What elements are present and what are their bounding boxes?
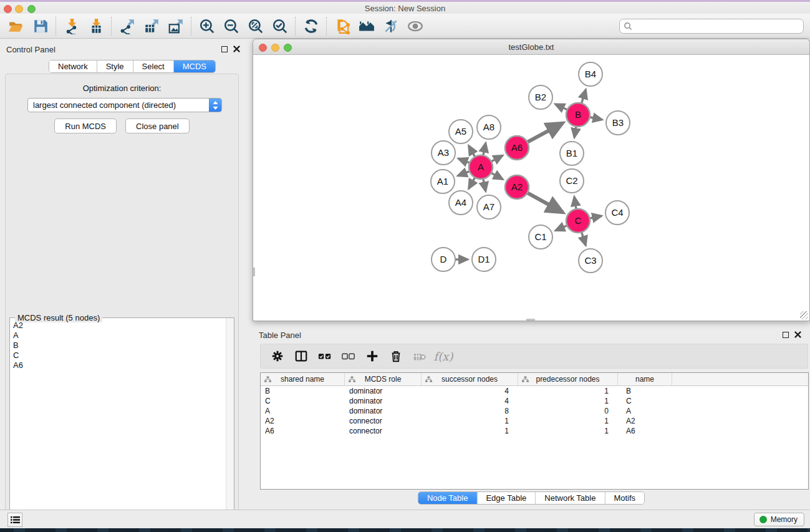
result-scrollbar[interactable] — [226, 318, 234, 532]
vertical-scroll-thumb[interactable] — [253, 268, 255, 276]
node-D[interactable]: D — [432, 248, 455, 271]
table-row[interactable]: Cdominator41C — [261, 396, 808, 406]
node-A6[interactable]: A6 — [505, 136, 529, 160]
cell-predecessor-nodes[interactable]: 1 — [518, 426, 618, 436]
close-table-panel-icon[interactable] — [794, 331, 801, 338]
node-B3[interactable]: B3 — [606, 111, 630, 135]
node-C1[interactable]: C1 — [529, 225, 552, 249]
table-row[interactable]: Bdominator41B — [261, 386, 808, 396]
cell-successor-nodes[interactable]: 1 — [422, 416, 518, 426]
export-image-button[interactable] — [163, 16, 188, 37]
edge-A-A2[interactable] — [491, 173, 503, 179]
search-input[interactable] — [619, 19, 804, 34]
edge-B-B4[interactable] — [582, 90, 586, 104]
run-mcds-button[interactable]: Run MCDS — [54, 118, 117, 133]
resize-grip-icon[interactable] — [800, 311, 808, 319]
task-history-button[interactable] — [7, 513, 22, 527]
cell-name[interactable]: A — [618, 406, 672, 416]
cell-MCDS-role[interactable]: connector — [345, 416, 422, 426]
cell-successor-nodes[interactable]: 1 — [422, 426, 518, 436]
tab-edge-table[interactable]: Edge Table — [477, 492, 536, 504]
cell-predecessor-nodes[interactable]: 1 — [518, 396, 618, 406]
cell-predecessor-nodes[interactable]: 1 — [518, 386, 618, 396]
cell-name[interactable]: A2 — [618, 416, 672, 426]
show-columns-button[interactable] — [289, 346, 313, 367]
edge-A-A1[interactable] — [458, 172, 470, 176]
close-panel-button[interactable]: Close panel — [125, 118, 190, 133]
save-session-button[interactable] — [28, 16, 52, 37]
result-item[interactable]: B — [11, 341, 225, 351]
cell-name[interactable]: A6 — [618, 426, 672, 436]
edge-B-B2[interactable] — [556, 104, 567, 110]
deselect-all-columns-button[interactable] — [337, 346, 360, 367]
node-A8[interactable]: A8 — [477, 115, 501, 139]
edge-B-B1[interactable] — [574, 127, 576, 138]
cell-successor-nodes[interactable]: 8 — [422, 406, 518, 416]
cell-successor-nodes[interactable]: 4 — [422, 396, 518, 406]
node-B[interactable]: B — [566, 103, 590, 127]
column-header-MCDS-role[interactable]: MCDS role — [345, 373, 422, 385]
float-table-panel-icon[interactable] — [783, 332, 789, 338]
column-header-successor-nodes[interactable]: successor nodes — [422, 373, 518, 385]
tab-network-table[interactable]: Network Table — [536, 492, 605, 504]
export-network-button[interactable] — [115, 16, 139, 37]
node-C[interactable]: C — [566, 209, 590, 233]
column-header-name[interactable]: name — [618, 373, 672, 385]
node-B1[interactable]: B1 — [560, 142, 584, 165]
cell-MCDS-role[interactable]: dominator — [345, 386, 422, 396]
cell-name[interactable]: B — [618, 386, 672, 396]
edge-C-C4[interactable] — [590, 216, 602, 218]
node-C4[interactable]: C4 — [605, 201, 629, 225]
add-column-button[interactable] — [360, 346, 384, 367]
table-row[interactable]: A6connector11A6 — [261, 426, 808, 436]
edge-A6-B[interactable] — [528, 123, 563, 142]
result-item[interactable]: A — [11, 331, 225, 341]
network-from-file-button[interactable] — [330, 16, 354, 37]
column-header-predecessor-nodes[interactable]: predecessor nodes — [518, 373, 618, 385]
cell-shared-name[interactable]: B — [261, 386, 345, 396]
zoom-selected-button[interactable] — [268, 16, 292, 37]
cell-shared-name[interactable]: A — [261, 406, 345, 416]
delete-table-button[interactable] — [408, 346, 432, 367]
import-network-button[interactable] — [59, 16, 84, 37]
optimization-criterion-dropdown[interactable]: largest connected component (directed) — [27, 98, 222, 112]
cell-shared-name[interactable]: A6 — [261, 426, 345, 436]
tab-select[interactable]: Select — [133, 60, 174, 72]
open-session-button[interactable] — [4, 16, 28, 37]
zoom-out-button[interactable] — [219, 16, 243, 37]
network-canvas[interactable]: B4B2BB3A8A5A6A3B1AA1C2A2A4A7C4CC1C3DD1 — [253, 55, 810, 321]
edge-A-A6[interactable] — [491, 155, 503, 162]
node-C3[interactable]: C3 — [579, 249, 602, 273]
cell-shared-name[interactable]: C — [261, 396, 345, 406]
horizontal-scroll-thumb[interactable] — [526, 319, 535, 321]
node-D1[interactable]: D1 — [472, 248, 496, 271]
node-B2[interactable]: B2 — [529, 85, 552, 109]
memory-button[interactable]: Memory — [754, 513, 804, 526]
cell-MCDS-role[interactable]: dominator — [345, 396, 422, 406]
hide-graphics-details-button[interactable] — [378, 16, 403, 37]
network-graph[interactable]: B4B2BB3A8A5A6A3B1AA1C2A2A4A7C4CC1C3DD1 — [253, 55, 809, 320]
cell-predecessor-nodes[interactable]: 1 — [518, 416, 618, 426]
network-window-title-bar[interactable]: testGlobe.txt — [253, 39, 810, 55]
edge-C-C2[interactable] — [574, 197, 576, 210]
export-table-button[interactable] — [139, 16, 163, 37]
column-header-shared-name[interactable]: shared name — [261, 373, 345, 385]
show-graphics-details-button[interactable] — [403, 16, 427, 37]
table-row[interactable]: A2connector11A2 — [261, 416, 808, 426]
table-options-button[interactable] — [266, 346, 289, 367]
result-item[interactable]: A6 — [11, 360, 225, 370]
result-item[interactable]: C — [11, 351, 225, 360]
node-A2[interactable]: A2 — [505, 175, 529, 199]
import-table-button[interactable] — [84, 16, 108, 37]
node-A1[interactable]: A1 — [431, 170, 455, 193]
node-C2[interactable]: C2 — [560, 169, 584, 193]
node-B4[interactable]: B4 — [579, 62, 602, 86]
edge-A2-C[interactable] — [528, 193, 563, 212]
edge-C-C3[interactable] — [582, 232, 586, 245]
edge-C-C1[interactable] — [556, 226, 567, 231]
edge-A-A7[interactable] — [483, 179, 486, 191]
home-button[interactable] — [354, 16, 378, 37]
tab-motifs[interactable]: Motifs — [605, 492, 644, 504]
tab-mcds[interactable]: MCDS — [174, 60, 215, 72]
node-A7[interactable]: A7 — [477, 195, 501, 219]
